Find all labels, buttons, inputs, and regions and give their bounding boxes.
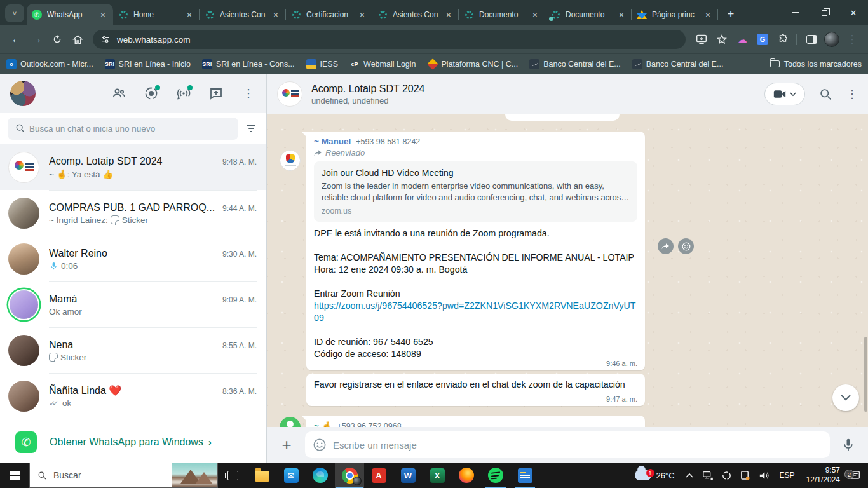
get-windows-banner[interactable]: ✆ Obtener WhatsApp para Windows › [0, 421, 266, 463]
edge-button[interactable] [306, 463, 335, 488]
search-in-chat-button[interactable] [819, 88, 832, 101]
install-app-button[interactable] [692, 30, 711, 49]
extension-cloud-icon[interactable]: ☁ [733, 30, 752, 49]
emoji-picker-icon[interactable] [313, 438, 327, 452]
zoom-meeting-link[interactable]: https://zoom.us/j/96754406525?pwd=Z2ZKN1… [314, 300, 637, 324]
bookmark-iess[interactable]: IESS [306, 59, 339, 69]
chat-row-compras[interactable]: COMPRAS PUB. 1 GAD PARROQ...9:44 A. M. ~… [0, 190, 266, 236]
communities-button[interactable] [111, 86, 126, 101]
bookmark-bce-2[interactable]: Banco Central del E... [632, 59, 724, 69]
chrome-button[interactable] [335, 463, 364, 488]
minimize-button[interactable] [780, 0, 810, 25]
bookmark-webmail[interactable]: cPWebmail Login [349, 59, 416, 69]
tab-asientos-2[interactable]: Asientos Con ✕ [372, 4, 459, 25]
language-indicator[interactable]: ESP [774, 471, 801, 480]
tab-documento-2[interactable]: Documento ✕ [545, 4, 632, 25]
tray-expand-button[interactable] [681, 473, 698, 478]
spotify-button[interactable] [481, 463, 510, 488]
tab-close-icon[interactable]: ✕ [444, 10, 454, 20]
reload-button[interactable] [47, 29, 67, 50]
excel-button[interactable]: X [423, 463, 452, 488]
sender-avatar[interactable] [280, 150, 301, 171]
action-center-button[interactable]: 2 [846, 470, 868, 480]
tab-whatsapp[interactable]: ✆ WhatsApp ✕ [27, 4, 113, 25]
video-call-button[interactable] [764, 83, 805, 105]
channels-button[interactable] [176, 86, 191, 101]
message-bubble[interactable]: Favor registrarse en el enlace enviado e… [306, 374, 645, 406]
bookmark-sri-inicio[interactable]: SRISRI en Línea - Inicio [105, 59, 191, 69]
status-button[interactable] [144, 86, 159, 101]
report-app-button[interactable] [510, 463, 539, 488]
clipboard-icon[interactable] [736, 470, 754, 480]
tab-home[interactable]: Home ✕ [113, 4, 200, 25]
tab-close-icon[interactable]: ✕ [703, 10, 713, 20]
network-icon[interactable] [698, 471, 717, 480]
sender-name[interactable]: ~ Manuel [314, 137, 351, 146]
new-tab-button[interactable]: + [722, 5, 740, 23]
conversation-menu-button[interactable]: ⋮ [846, 88, 858, 100]
tab-close-icon[interactable]: ✕ [357, 10, 367, 20]
tab-drive[interactable]: Página princ ✕ [632, 4, 718, 25]
link-preview-card[interactable]: Join our Cloud HD Video Meeting Zoom is … [314, 161, 637, 222]
message-input[interactable] [333, 440, 822, 451]
extension-translate-icon[interactable]: G [753, 30, 772, 49]
tab-close-icon[interactable]: ✕ [184, 10, 194, 20]
tab-close-icon[interactable]: ✕ [616, 10, 627, 20]
tab-close-icon[interactable]: ✕ [530, 10, 540, 20]
bookmark-cnc[interactable]: Plataforma CNC | C... [428, 59, 519, 69]
mail-button[interactable]: ✉ [276, 463, 306, 488]
onedrive-icon[interactable] [717, 471, 736, 480]
firefox-button[interactable] [452, 463, 481, 488]
my-profile-avatar[interactable] [10, 81, 36, 106]
task-view-button[interactable] [218, 463, 247, 488]
weather-widget[interactable]: 1 26°C [628, 470, 681, 480]
address-bar[interactable]: web.whatsapp.com [93, 30, 686, 49]
chat-row-acomp-lotaip[interactable]: Acomp. Lotaip SDT 20249:48 A. M. ~ 🤞: Ya… [0, 144, 266, 190]
word-button[interactable]: W [393, 463, 423, 488]
scroll-to-bottom-button[interactable] [832, 384, 859, 411]
chat-row-nanita[interactable]: Ñañita Linda ❤️8:36 A. M. ✓✓ok [0, 373, 266, 419]
tab-close-icon[interactable]: ✕ [98, 10, 108, 20]
side-panel-button[interactable] [802, 30, 821, 49]
message-bubble[interactable]: ~ 🤞 +593 96 752 0968 [306, 416, 645, 427]
taskbar-search-input[interactable] [53, 470, 149, 480]
browser-menu-button[interactable]: ⋮ [843, 30, 862, 49]
restore-button[interactable] [810, 0, 839, 25]
pdf-app-button[interactable]: A [364, 463, 393, 488]
bookmark-sri-consultas[interactable]: SRISRI en Línea - Cons... [202, 59, 295, 69]
chat-search-input[interactable] [29, 124, 231, 133]
clock[interactable]: 9:57 12/1/2024 [801, 466, 846, 485]
volume-icon[interactable] [754, 471, 774, 480]
tab-documento-1[interactable]: Documento ✕ [459, 4, 545, 25]
voice-record-button[interactable] [839, 438, 858, 452]
sender-avatar[interactable] [280, 417, 301, 427]
chat-row-mama[interactable]: Mamá9:09 A. M. Ok amor [0, 281, 266, 327]
home-button[interactable] [67, 29, 88, 50]
close-button[interactable]: ✕ [839, 0, 868, 25]
forward-message-button[interactable] [658, 238, 674, 254]
forward-button[interactable]: → [27, 29, 47, 50]
react-emoji-button[interactable] [678, 238, 694, 254]
messages-pane[interactable]: ~ Manuel +593 98 581 8242 Reenviado Join… [267, 114, 868, 427]
new-chat-button[interactable] [208, 86, 224, 101]
message-bubble[interactable]: ~ Manuel +593 98 581 8242 Reenviado Join… [306, 132, 645, 370]
group-avatar[interactable] [277, 81, 302, 107]
conversation-header[interactable]: Acomp. Lotaip SDT 2024 undefined, undefi… [267, 74, 868, 114]
bookmark-star-button[interactable] [712, 30, 731, 49]
profile-avatar[interactable] [822, 30, 841, 49]
search-highlight-image[interactable] [172, 463, 217, 487]
tab-asientos-1[interactable]: Asientos Con ✕ [200, 4, 286, 25]
chat-row-walter-reino[interactable]: Walter Reino9:30 A. M. 0:06 [0, 236, 266, 281]
file-explorer-button[interactable] [247, 463, 276, 488]
bookmark-outlook[interactable]: oOutlook.com - Micr... [6, 59, 93, 69]
messages-scrollbar[interactable] [864, 337, 867, 412]
attach-button[interactable]: + [277, 435, 296, 455]
bookmark-bce-1[interactable]: Banco Central del E... [529, 59, 621, 69]
all-bookmarks-button[interactable]: Todos los marcadores [761, 59, 862, 69]
tab-certificacion[interactable]: Certificacion ✕ [286, 4, 372, 25]
start-button[interactable] [0, 463, 29, 488]
chat-avatar-status-ring[interactable] [10, 290, 38, 319]
taskbar-search[interactable] [29, 463, 218, 488]
message-input-box[interactable] [305, 431, 830, 458]
chat-search-box[interactable] [8, 118, 238, 140]
